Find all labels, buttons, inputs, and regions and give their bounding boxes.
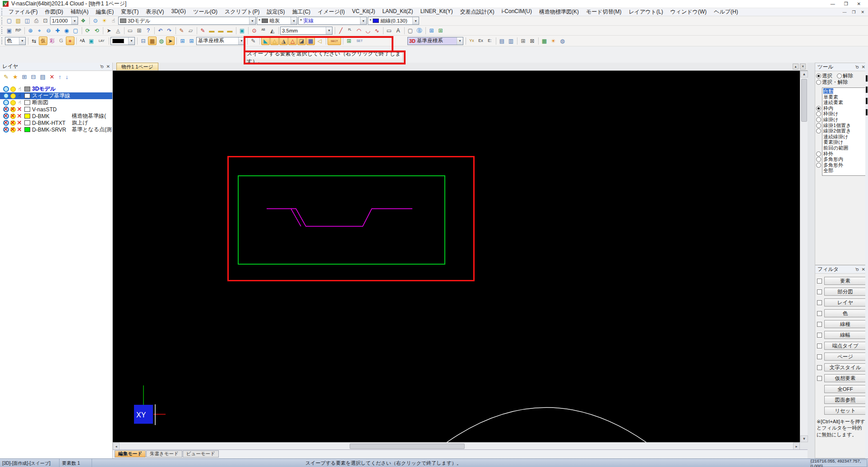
sweep-surface-icon[interactable]: ◪	[297, 37, 306, 45]
display-icon[interactable]: ✕	[9, 120, 16, 126]
mdi-minimize-button[interactable]: —	[842, 10, 846, 14]
draw-arc-3pt-icon[interactable]: ◡	[364, 26, 372, 35]
mode-radio-5[interactable]	[816, 117, 821, 122]
layer-row-d-bmk-srvr[interactable]: ✕✕☝✕D-BMK-SRVR基準となる点(測	[0, 126, 112, 133]
window-plus-icon[interactable]: ⊞	[135, 26, 143, 35]
draw-rect-icon[interactable]: ▭	[385, 26, 393, 35]
mode-radio-4[interactable]	[816, 111, 821, 116]
scroll-up-icon[interactable]: ▲	[800, 71, 808, 78]
menu-item-help[interactable]: ヘルプ(H)	[710, 8, 742, 16]
undo-icon[interactable]: ↶	[156, 26, 165, 35]
menu-item-3d[interactable]: 3D(G)	[167, 8, 189, 16]
mode-item-14[interactable]: 全部	[822, 168, 866, 174]
layer-color-swatch[interactable]	[24, 100, 30, 105]
filter-button-3[interactable]: 色	[824, 309, 866, 317]
new-document-icon[interactable]: ▢	[5, 17, 14, 25]
sweep-edit-icon[interactable]: ✎	[249, 37, 258, 45]
filter-button-7[interactable]: ページ	[824, 353, 866, 361]
draw-arc-icon[interactable]: ◠	[355, 26, 363, 35]
select-lock-icon[interactable]: ☝	[16, 93, 23, 99]
draw-line-icon[interactable]: ╱	[337, 26, 345, 35]
layer-row-d-bmk[interactable]: ✕✕☝✕D-BMK構造物基準線(	[0, 113, 112, 119]
menu-item-layout[interactable]: レイアウト(L)	[625, 8, 667, 16]
display-icon[interactable]: ✕	[9, 127, 16, 133]
filter-action-button-2[interactable]: リセット	[824, 407, 866, 415]
base-point-snap-icon[interactable]: ⌖	[66, 37, 74, 45]
mode-item-4[interactable]: 枠掛け	[822, 111, 866, 117]
view-option-2-icon[interactable]: ▥	[507, 37, 515, 45]
minimize-button[interactable]: —	[831, 1, 835, 6]
print-preview-icon[interactable]: ⊡	[41, 17, 50, 25]
chevron-down-icon[interactable]: ▾	[457, 37, 463, 45]
right-dock-handle[interactable]	[865, 63, 868, 458]
mdi-close-button[interactable]: ✕	[861, 10, 864, 14]
layer-color-swatch[interactable]	[24, 107, 30, 112]
screen-capture-icon[interactable]: ❖	[79, 17, 88, 25]
toolbar-grip[interactable]	[1, 18, 3, 24]
binocular-view-icon[interactable]: ◭	[268, 26, 277, 35]
filter-checkbox-8[interactable]	[817, 365, 822, 370]
zoom-previous-icon[interactable]: ◉	[62, 26, 71, 35]
select-lock-icon[interactable]: ☝✕	[16, 113, 23, 119]
mode-item-9[interactable]: 要素掛け	[822, 139, 866, 145]
filter-checkbox-6[interactable]	[817, 343, 822, 348]
select-lock-icon[interactable]: ☝✕	[16, 127, 23, 133]
mode-item-0[interactable]: 自動	[822, 88, 866, 94]
close-icon[interactable]: ✕	[862, 267, 865, 272]
vertical-scrollbar[interactable]: ▲ ▼	[800, 71, 808, 442]
zoom-in-icon[interactable]: ⊕	[26, 26, 35, 35]
menu-item-file[interactable]: ファイル(F)	[5, 8, 41, 16]
calc-sheet-icon[interactable]: ▦	[540, 37, 549, 45]
current-linetype-combo[interactable]: *実線▾	[298, 17, 367, 25]
rp-mode-icon[interactable]: RP	[14, 26, 23, 35]
measure-angle-icon[interactable]: ▬	[226, 26, 234, 35]
chevron-down-icon[interactable]: ▾	[19, 37, 25, 45]
text-height-combo[interactable]: 3.5mm▾	[280, 27, 332, 35]
visibility-icon[interactable]: ✕	[3, 106, 9, 113]
search-element-icon[interactable]: ⊙	[250, 26, 259, 35]
mode-item-8[interactable]: 連続線掛け	[822, 134, 866, 140]
layer-row-v-nas-std[interactable]: ✕✕☝✕V-nasSTD	[0, 106, 112, 113]
filter-checkbox-4[interactable]	[817, 322, 822, 327]
mode-item-10[interactable]: 前回の範囲	[822, 145, 866, 151]
window-minus-icon[interactable]: ▭	[126, 26, 134, 35]
chevron-down-icon[interactable]: ▾	[360, 17, 366, 24]
menu-item-edit[interactable]: 編集(E)	[92, 8, 117, 16]
display-icon[interactable]	[9, 93, 16, 99]
mode-radio-6[interactable]	[816, 123, 821, 128]
layer-color-swatch[interactable]	[24, 114, 30, 119]
chevron-down-icon[interactable]: ▾	[412, 17, 419, 24]
delete-layer-icon[interactable]: ✕	[50, 74, 55, 80]
current-color-combo[interactable]: *暗灰▾	[257, 17, 297, 25]
snap-settings-icon[interactable]: ◬	[114, 26, 122, 35]
brightness-icon[interactable]: ☀	[100, 17, 109, 25]
coordinate-system-3d-combo[interactable]: 3D基準座標系▾	[407, 37, 463, 45]
filter-button-2[interactable]: レイヤ	[824, 298, 866, 307]
offset-copy-icon[interactable]: ▱	[186, 26, 195, 35]
pin-icon[interactable]: ⚲	[99, 64, 105, 69]
move-layer-up-icon[interactable]: ↑	[59, 74, 62, 80]
menu-item-transform[interactable]: 変形(T)	[117, 8, 142, 16]
drawing-scale-combo[interactable]: 1/1000▾	[50, 17, 78, 25]
screen-area-icon[interactable]: ▣	[87, 37, 96, 45]
mode-item-7[interactable]: 線掛2個置き	[822, 128, 866, 134]
draw-frame-icon[interactable]: ▢	[406, 26, 415, 35]
axis-yx-icon[interactable]: Yx	[467, 37, 476, 45]
filter-checkbox-1[interactable]	[817, 289, 822, 294]
scroll-right-icon[interactable]: ▸	[793, 443, 800, 450]
select-lock-icon[interactable]: ☝✕	[16, 106, 23, 113]
tool-option-1-icon[interactable]: ⊞	[519, 37, 527, 45]
menu-item-tool[interactable]: ツール(O)	[189, 8, 221, 16]
grid-display-icon[interactable]: ⊞	[427, 26, 436, 35]
menubar-grip[interactable]	[1, 9, 3, 15]
menu-item-intersection-design[interactable]: 交差点設計(X)	[457, 8, 498, 16]
chevron-down-icon[interactable]: ▾	[326, 27, 332, 34]
layout-mode-icon[interactable]: LAY	[96, 37, 107, 45]
mdi-restore-button[interactable]: ❐	[852, 10, 855, 14]
chevron-down-icon[interactable]: ▾	[291, 17, 297, 24]
hand-select-icon[interactable]: ☝	[109, 17, 118, 25]
measure-length-icon[interactable]: ▬	[208, 26, 216, 35]
measure-point-icon[interactable]: ✎	[199, 26, 207, 35]
axis-ex-icon[interactable]: Ex	[476, 37, 485, 45]
mode-item-3[interactable]: 枠内	[822, 105, 866, 111]
